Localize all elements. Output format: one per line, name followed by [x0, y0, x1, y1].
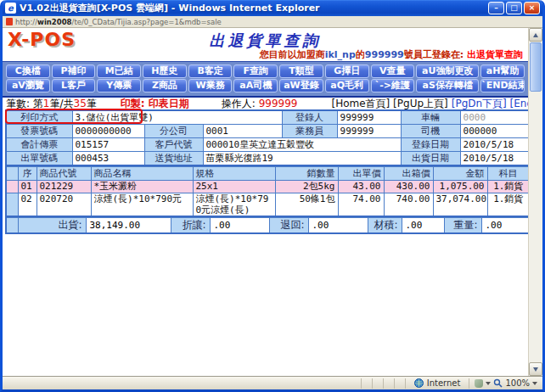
print-mode-label: 列印方式: [6, 110, 72, 125]
login-merchant: ikl_np: [325, 49, 356, 60]
zone-label: Internet: [427, 378, 461, 388]
col-seq: 序: [18, 167, 37, 181]
scroll-down-button[interactable]: [529, 362, 542, 376]
address-url[interactable]: http://win2008/te/0_CData/Tijia.asp?page…: [15, 18, 222, 26]
btn-change-file[interactable]: C換檔: [6, 64, 50, 78]
col-category: 科目: [487, 167, 528, 181]
vehicle-value[interactable]: 0000: [460, 110, 528, 125]
item-spec: 涼煙(長)*10*790元涼煙(長): [193, 193, 275, 217]
login-current-page: 出退貨單查詢: [467, 49, 523, 60]
page-content: X-POS 出退貨單查詢 您目前以加盟商ikl_np的999999號員工登錄在:…: [3, 28, 528, 376]
toolbar: C換檔 P補印 M已結 H歷史 B客定 F查詢 T類型 G擇日 V查量 aU強制…: [3, 61, 528, 98]
btn-pick-date[interactable]: G擇日: [325, 64, 369, 78]
url-host: win2008: [37, 18, 71, 26]
reg-date-value[interactable]: 2010/5/18: [460, 138, 528, 152]
voucher-value[interactable]: 015157: [72, 138, 144, 152]
order-form: 列印方式 3.儲位(出貨單雙) 登錄人 999999 車輛 0000 發票號碼 …: [5, 109, 528, 166]
registrant-value[interactable]: 999999: [337, 110, 401, 125]
url-protocol: http://: [15, 18, 37, 26]
item-code: 021229: [37, 181, 91, 193]
scrollbar-track[interactable]: [529, 42, 542, 362]
driver-value[interactable]: 000000: [460, 125, 528, 138]
scroll-down-icon: [533, 367, 538, 372]
driver-label: 司機: [401, 125, 460, 138]
btn-history[interactable]: H歷史: [143, 64, 187, 78]
count-total: 35: [74, 98, 87, 109]
vertical-scrollbar[interactable]: [528, 28, 542, 376]
toolbar-row-2: aV瀏覽 L客戶 Y傳票 Z商品 W業務 aA司機 aW登錄 aQ毛利 `->維…: [5, 79, 525, 92]
item-spec: 25x1: [193, 181, 275, 193]
item-row-2[interactable]: 02 020720 涼煙(長)*10*790元 涼煙(長)*10*790元涼煙(…: [6, 193, 528, 217]
invoice-value[interactable]: 0000000000: [72, 125, 144, 138]
zoom-control[interactable]: 100%: [469, 378, 542, 389]
address-value[interactable]: 苗栗縣光復路19: [203, 152, 401, 166]
btn-voucher[interactable]: Y傳票: [97, 79, 141, 92]
btn-save-transfer[interactable]: aS保存轉檔: [416, 79, 479, 92]
order-no-value[interactable]: 000453: [72, 152, 144, 166]
operator-label: 操作人:: [222, 98, 259, 109]
volume-label: 材積:: [368, 218, 402, 234]
ship-date-value[interactable]: 2010/5/18: [460, 152, 528, 166]
btn-customer[interactable]: L客戶: [52, 79, 96, 92]
item-box-price: 740.00: [384, 193, 433, 217]
summary-lead-cell: [6, 218, 18, 234]
salesman-value[interactable]: 999999: [337, 125, 401, 138]
window-title: V1.02出退貨查詢[X-POS 雲端網] - Windows Internet…: [20, 2, 488, 14]
btn-help[interactable]: aH幫助: [480, 64, 525, 78]
info-bar: 筆數: 第1筆/共35筆 印製: 印表日期 操作人: 999999 [Home首…: [3, 98, 528, 109]
maximize-button[interactable]: □: [506, 2, 522, 14]
magnifier-icon: [493, 378, 503, 388]
item-amount: 37,074.00: [433, 193, 487, 217]
btn-check-qty[interactable]: V查量: [371, 64, 415, 78]
btn-business[interactable]: W業務: [188, 79, 233, 92]
customer-value[interactable]: 000010皇英立達五穀豐收: [203, 138, 401, 152]
btn-reprint[interactable]: P補印: [52, 64, 96, 78]
status-bar: Internet 100%: [3, 376, 542, 389]
btn-end[interactable]: `END結束: [480, 79, 525, 92]
btn-product[interactable]: Z商品: [143, 79, 187, 92]
return-value[interactable]: .00: [308, 218, 368, 234]
btn-maintain[interactable]: `->維護: [371, 79, 415, 92]
btn-gross-profit[interactable]: aQ毛利: [325, 79, 369, 92]
login-status: 您目前以加盟商ikl_np的999999號員工登錄在: 出退貨單查詢: [3, 50, 528, 61]
chevron-down-icon: [486, 382, 491, 385]
ie-icon: e: [5, 3, 16, 14]
btn-query[interactable]: F查詢: [233, 64, 278, 78]
btn-register[interactable]: aW登錄: [279, 79, 323, 92]
item-category: 1.銷貨: [487, 193, 528, 217]
scroll-up-button[interactable]: [529, 28, 542, 42]
toolbar-row-1: C換檔 P補印 M已結 H歷史 B客定 F查詢 T類型 G擇日 V查量 aU強制…: [5, 64, 525, 78]
scrollbar-thumb[interactable]: [530, 42, 542, 92]
count-suffix: 筆: [87, 98, 97, 109]
title-bar[interactable]: e V1.02出退貨查詢[X-POS 雲端網] - Windows Intern…: [3, 0, 542, 16]
item-amount: 1,075.00: [433, 181, 487, 193]
branch-value[interactable]: 0001: [203, 125, 282, 138]
btn-browse[interactable]: aV瀏覽: [6, 79, 50, 92]
registrant-label: 登錄人: [282, 110, 337, 125]
minimize-button[interactable]: –: [488, 2, 504, 14]
btn-customer-order[interactable]: B客定: [188, 64, 233, 78]
weight-value[interactable]: .00: [481, 218, 528, 234]
volume-value[interactable]: .00: [402, 218, 444, 234]
btn-closed[interactable]: M已結: [97, 64, 141, 78]
print-mode-value[interactable]: 3.儲位(出貨單雙): [72, 110, 282, 125]
btn-driver[interactable]: aA司機: [233, 79, 278, 92]
discount-value[interactable]: .00: [210, 218, 269, 234]
phishing-filter-icon: [475, 379, 483, 388]
address-bar[interactable]: http://win2008/te/0_CData/Tijia.asp?page…: [3, 16, 542, 28]
item-unit-price: 74.00: [338, 193, 384, 217]
close-button[interactable]: ×: [524, 2, 540, 14]
shipment-total-value[interactable]: 38,149.00: [86, 218, 171, 234]
col-amount: 金額: [433, 167, 487, 181]
item-qty: 2包5kg: [275, 181, 338, 193]
items-table: 序 商品代號 商品名稱 規格 銷數量 出單價 出箱價 金額 科目 01 0212…: [5, 166, 528, 217]
weight-label: 重量:: [444, 218, 481, 234]
btn-type[interactable]: T類型: [279, 64, 323, 78]
page-icon: [6, 18, 13, 25]
chevron-down-icon: [532, 382, 537, 385]
row-lead-cell: [6, 193, 18, 217]
col-spec: 規格: [193, 167, 275, 181]
salesman-label: 業務員: [282, 125, 337, 138]
item-row-1[interactable]: 01 021229 *玉米澱粉 25x1 2包5kg 43.00 430.00 …: [6, 181, 528, 193]
btn-force-update[interactable]: aU強制更改: [416, 64, 479, 78]
